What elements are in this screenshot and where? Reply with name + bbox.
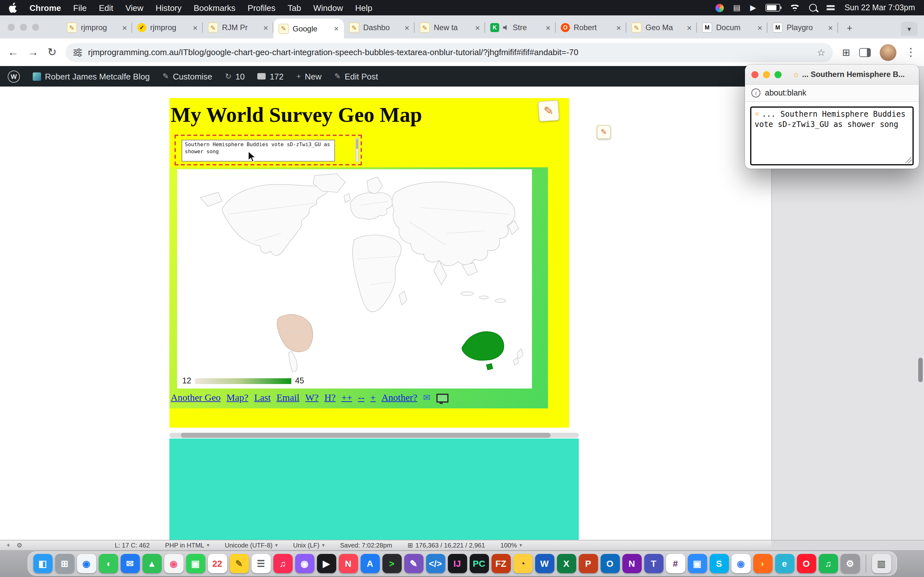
email-icon[interactable]: ✉ (423, 392, 431, 403)
tab-close-icon[interactable]: × (546, 23, 551, 32)
tab-close-icon[interactable]: × (616, 23, 621, 32)
dock-icon[interactable]: O (796, 554, 816, 573)
play-icon[interactable]: ▶ (750, 3, 756, 12)
tab-audio-icon[interactable] (503, 25, 509, 31)
popup-textarea[interactable]: ☼... Southern Hemisphere Buddies vote sD… (750, 106, 914, 165)
display-icon[interactable]: ▤ (733, 3, 740, 12)
horizontal-scrollbar-thumb[interactable] (181, 433, 551, 438)
tab-google-active[interactable]: ✎ Google × (273, 19, 344, 39)
popup-address-row[interactable]: i about:blank (745, 85, 919, 102)
browser-menu-kebab-icon[interactable]: ⋮ (905, 45, 916, 59)
wordpress-logo-icon[interactable]: W (8, 70, 20, 82)
url-text[interactable]: rjmprogramming.com.au/ITblog/google-char… (88, 47, 811, 57)
dock-icon[interactable]: ◧ (33, 554, 52, 573)
profile-avatar[interactable] (880, 44, 897, 61)
link-minus-minus[interactable]: -- (358, 392, 365, 403)
dock-icon[interactable]: S (709, 554, 729, 573)
link-plus[interactable]: + (370, 392, 376, 403)
tab-close-icon[interactable]: × (687, 23, 692, 32)
dock-icon[interactable]: > (382, 554, 401, 573)
dock-icon[interactable]: ▲ (142, 554, 162, 573)
tab-rjmprog-2[interactable]: ✓ rjmprog × (132, 17, 203, 39)
menu-history[interactable]: History (156, 3, 182, 13)
menu-edit[interactable]: Edit (99, 3, 113, 13)
world-map[interactable]: 12 45 (177, 169, 532, 388)
link-another[interactable]: Another? (381, 392, 417, 403)
window-controls[interactable] (8, 24, 39, 31)
tab-overflow-chevron-icon[interactable]: ▾ (901, 22, 918, 36)
menu-bookmarks[interactable]: Bookmarks (194, 3, 236, 13)
window-close-button[interactable] (8, 24, 15, 31)
dock-icon[interactable]: FZ (491, 554, 510, 573)
dock-icon[interactable]: ◗ (753, 554, 772, 573)
reload-icon[interactable]: ↻ (47, 45, 57, 59)
link-another-geo[interactable]: Another Geo (171, 392, 221, 403)
popup-minimize-button[interactable] (763, 71, 770, 78)
bookmark-star-icon[interactable]: ☆ (817, 47, 825, 58)
dock-icon[interactable]: PC (469, 554, 489, 573)
statusbar-gear-icon[interactable]: ⚙ (17, 542, 23, 549)
menu-window[interactable]: Window (313, 3, 343, 13)
dock-icon[interactable]: ♫ (819, 554, 838, 573)
statusbar-plus-icon[interactable]: + (6, 542, 10, 549)
textarea-scrollbar[interactable] (355, 138, 359, 162)
tab-close-icon[interactable]: × (475, 23, 480, 32)
color-wheel-icon[interactable] (715, 3, 724, 12)
window-minimize-button[interactable] (20, 24, 27, 31)
line-ending-selector[interactable]: Unix (LF)▾ (293, 542, 325, 549)
tab-close-icon[interactable]: × (828, 23, 833, 32)
menubar-app-name[interactable]: Chrome (29, 3, 61, 13)
tab-close-icon[interactable]: × (334, 24, 339, 33)
forward-icon[interactable]: → (27, 46, 39, 59)
popup-window[interactable]: ☼... Southern Hemisphere B... i about:bl… (745, 65, 919, 169)
dock-icon[interactable]: ◉ (731, 554, 750, 573)
tab-close-icon[interactable]: × (758, 23, 762, 32)
apple-menu-icon[interactable] (9, 3, 17, 13)
dock-icon[interactable]: ☰ (251, 554, 270, 573)
wp-updates-link[interactable]: ↻ 10 (225, 71, 245, 81)
address-bar[interactable]: rjmprogramming.com.au/ITblog/google-char… (66, 43, 833, 62)
popup-titlebar[interactable]: ☼... Southern Hemisphere B... (745, 65, 919, 85)
link-w[interactable]: W? (305, 392, 318, 403)
back-icon[interactable]: ← (8, 46, 19, 59)
link-plus-plus[interactable]: ++ (341, 392, 352, 403)
new-tab-button[interactable]: + (842, 20, 857, 35)
dock-icon[interactable]: ▶ (317, 554, 336, 573)
dock-icon[interactable]: W (535, 554, 554, 573)
info-icon[interactable]: i (751, 89, 760, 97)
dock-icon[interactable]: ◉ (164, 554, 183, 573)
wp-edit-post-link[interactable]: ✎ Edit Post (334, 71, 378, 81)
link-email[interactable]: Email (276, 392, 300, 403)
tab-stream[interactable]: K Stre × (485, 17, 556, 39)
tab-rjmprog-1[interactable]: ✎ rjmprog × (61, 17, 132, 39)
horizontal-scrollbar[interactable] (170, 433, 579, 438)
dock-icon[interactable]: P (578, 554, 598, 573)
wp-new-link[interactable]: + New (296, 71, 321, 81)
survey-textarea[interactable]: Southern Hemisphere Buddies vote sD-zTwi… (182, 140, 335, 161)
tab-geo-map[interactable]: ✎ Geo Ma × (626, 17, 697, 39)
battery-icon[interactable] (766, 4, 780, 11)
menu-file[interactable]: File (73, 3, 87, 13)
popup-close-button[interactable] (751, 71, 758, 78)
menu-profiles[interactable]: Profiles (248, 3, 276, 13)
dock-icon[interactable]: ◉ (77, 554, 96, 573)
dock-icon[interactable]: N (338, 554, 358, 573)
popup-zoom-button[interactable] (774, 71, 782, 78)
dock-icon[interactable]: ◔ (513, 554, 532, 573)
tab-close-icon[interactable]: × (263, 23, 268, 32)
tab-playground[interactable]: M Playgro × (767, 17, 838, 39)
menu-tab[interactable]: Tab (288, 3, 301, 13)
tab-robert[interactable]: O Robert × (556, 17, 626, 39)
control-center-icon[interactable] (827, 5, 835, 11)
vertical-scrollbar-thumb[interactable] (918, 358, 923, 382)
spotlight-icon[interactable] (809, 4, 817, 11)
encoding-selector[interactable]: Unicode (UTF-8)▾ (225, 542, 278, 549)
dock-icon[interactable]: ♫ (273, 554, 292, 573)
dock-icon[interactable]: ✎ (404, 554, 423, 573)
dock-icon[interactable]: A (360, 554, 380, 573)
tab-dashboard[interactable]: ✎ Dashbo × (344, 17, 415, 39)
wifi-icon[interactable] (790, 4, 800, 11)
link-last[interactable]: Last (254, 392, 271, 403)
tab-close-icon[interactable]: × (405, 23, 409, 32)
popup-window-controls[interactable] (751, 71, 782, 78)
